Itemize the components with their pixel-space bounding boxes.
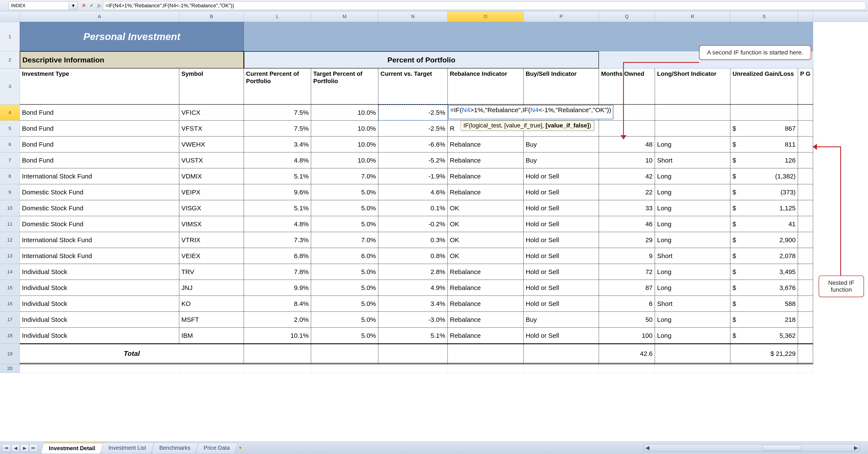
column-header-B[interactable]: B xyxy=(179,11,244,22)
cell-N[interactable]: 0.3% xyxy=(378,232,448,248)
cell-R[interactable]: Short xyxy=(655,248,730,264)
row-header-2[interactable]: 2 xyxy=(0,51,20,68)
row-header-12[interactable]: 12 xyxy=(0,232,20,248)
cell-symbol[interactable]: TRV xyxy=(179,264,244,280)
cell-symbol[interactable]: VTRIX xyxy=(179,232,244,248)
cell-N[interactable]: 3.4% xyxy=(378,296,448,312)
cell-Q[interactable]: 33 xyxy=(599,200,655,216)
cell-T[interactable] xyxy=(798,121,813,136)
cell-N[interactable]: -0.2% xyxy=(378,216,448,232)
cell-symbol[interactable]: VWEHX xyxy=(179,136,244,153)
cancel-icon[interactable]: ✕ xyxy=(82,3,86,8)
cell-Q[interactable]: 100 xyxy=(599,328,655,344)
cell-P[interactable]: Hold or Sell xyxy=(524,328,599,344)
cell-L[interactable]: 2.0% xyxy=(244,312,311,328)
enter-icon[interactable]: ✓ xyxy=(90,3,93,8)
cell-N[interactable]: -2.5% xyxy=(378,121,448,136)
table-header-B[interactable]: Symbol xyxy=(179,68,244,105)
r20-O[interactable] xyxy=(448,364,524,373)
tab-nav-prev-icon[interactable]: ◀ xyxy=(11,444,20,452)
cell-L[interactable]: 5.1% xyxy=(244,168,311,184)
cell-Q[interactable]: 42 xyxy=(599,168,655,184)
column-header-R[interactable]: R xyxy=(655,11,730,22)
cell-S[interactable]: $126 xyxy=(730,153,798,168)
row-header-7[interactable]: 7 xyxy=(0,153,20,168)
cell-P[interactable]: Hold or Sell xyxy=(524,200,599,216)
cell-O[interactable]: Rebalance xyxy=(448,296,524,312)
cell-T[interactable] xyxy=(798,296,813,312)
cell-symbol[interactable]: VEIPX xyxy=(179,184,244,200)
row-header-10[interactable]: 10 xyxy=(0,200,20,216)
table-header-A[interactable]: Investment Type xyxy=(20,68,179,105)
grid[interactable]: Personal InvestmentDescriptive Informati… xyxy=(20,22,868,373)
cell-T[interactable] xyxy=(798,168,813,184)
cell-type[interactable]: Domestic Stock Fund xyxy=(20,216,179,232)
column-header-M[interactable]: M xyxy=(311,11,378,22)
r20-M[interactable] xyxy=(311,364,378,373)
table-header-N[interactable]: Current vs. Target xyxy=(378,68,448,105)
cell-S[interactable]: $588 xyxy=(730,296,798,312)
cell-R[interactable]: Long xyxy=(655,280,730,296)
cell-S[interactable]: $811 xyxy=(730,136,798,153)
cell-type[interactable]: International Stock Fund xyxy=(20,232,179,248)
row-header-20[interactable]: 20 xyxy=(0,364,20,373)
cell-symbol[interactable]: IBM xyxy=(179,328,244,344)
r20-S[interactable] xyxy=(730,364,798,373)
cell-P[interactable]: Hold or Sell xyxy=(524,232,599,248)
cell-P[interactable]: Hold or Sell xyxy=(524,184,599,200)
cell-S[interactable]: $5,362 xyxy=(730,328,798,344)
row-header-5[interactable]: 5 xyxy=(0,121,20,136)
row-header-4[interactable]: 4 xyxy=(0,105,20,121)
section-descriptive[interactable]: Descriptive Information xyxy=(20,51,244,68)
cell-M[interactable]: 10.0% xyxy=(311,153,378,168)
cell-L[interactable]: 7.8% xyxy=(244,264,311,280)
formula-edit-overlay[interactable]: =IF(N4>1%,"Rebalance",IF(N4<-1%,"Rebalan… xyxy=(448,105,613,119)
cell-type[interactable]: Individual Stock xyxy=(20,296,179,312)
cell-S[interactable]: $(373) xyxy=(730,184,798,200)
cell-L[interactable]: 10.1% xyxy=(244,328,311,344)
tab-nav-first-icon[interactable]: ⏮ xyxy=(2,444,11,452)
cell-O[interactable]: OK xyxy=(448,248,524,264)
cell-R[interactable]: Short xyxy=(655,153,730,168)
section-percent[interactable]: Percent of Portfolio xyxy=(244,51,599,68)
cell-N[interactable]: -1.9% xyxy=(378,168,448,184)
row-header-13[interactable]: 13 xyxy=(0,248,20,264)
cell-R[interactable]: Long xyxy=(655,328,730,344)
cell-type[interactable]: Individual Stock xyxy=(20,328,179,344)
cell-Q[interactable]: 22 xyxy=(599,184,655,200)
column-header-Q[interactable]: Q xyxy=(599,11,655,22)
cell-type[interactable]: International Stock Fund xyxy=(20,168,179,184)
cell-L[interactable]: 3.4% xyxy=(244,136,311,153)
cell-L[interactable]: 6.8% xyxy=(244,248,311,264)
cell-T[interactable] xyxy=(798,312,813,328)
cell-O[interactable]: Rebalance xyxy=(448,153,524,168)
cell-S[interactable]: $2,078 xyxy=(730,248,798,264)
table-header-M[interactable]: Target Percent of Portfolio xyxy=(311,68,378,105)
table-header-T[interactable]: P G xyxy=(798,68,813,105)
cell-T[interactable] xyxy=(798,232,813,248)
r20-A[interactable] xyxy=(20,364,179,373)
cell-R[interactable]: Long xyxy=(655,136,730,153)
cell-type[interactable]: Domestic Stock Fund xyxy=(20,200,179,216)
total-R[interactable] xyxy=(655,344,730,364)
total-S[interactable]: $ 21,229 xyxy=(730,344,798,364)
row-header-11[interactable]: 11 xyxy=(0,216,20,232)
cell-O[interactable]: OK xyxy=(448,216,524,232)
total-L[interactable] xyxy=(244,344,311,364)
cell-R[interactable]: Short xyxy=(655,296,730,312)
cell-T[interactable] xyxy=(798,216,813,232)
cell-N[interactable]: 0.8% xyxy=(378,248,448,264)
r20-B[interactable] xyxy=(179,364,244,373)
total-O[interactable] xyxy=(448,344,524,364)
formula-input[interactable]: =IF(N4>1%,"Rebalance",IF(N4<-1%,"Rebalan… xyxy=(103,1,866,10)
cell-type[interactable]: Bond Fund xyxy=(20,105,179,121)
cell-O[interactable]: Rebalance xyxy=(448,168,524,184)
page-title[interactable]: Personal Investment xyxy=(20,22,244,51)
cell-O[interactable]: Rebalance xyxy=(448,136,524,153)
cell-Q[interactable]: 50 xyxy=(599,312,655,328)
row-header-19[interactable]: 19 xyxy=(0,344,20,364)
table-header-R[interactable]: Long/Short Indicator xyxy=(655,68,730,105)
row-header-14[interactable]: 14 xyxy=(0,264,20,280)
cell-symbol[interactable]: VFSTX xyxy=(179,121,244,136)
cell-P[interactable]: Buy xyxy=(524,136,599,153)
